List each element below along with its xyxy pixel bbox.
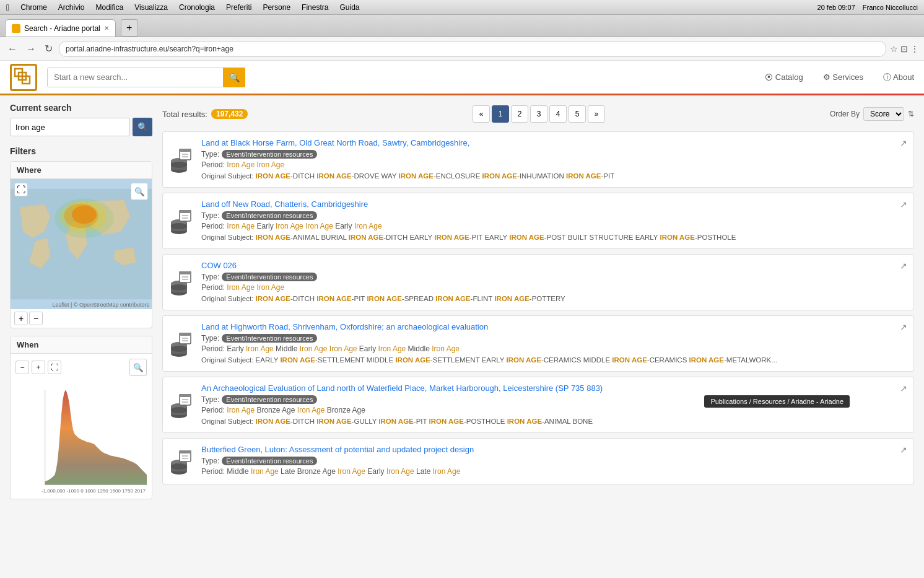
page-5-button[interactable]: 5 xyxy=(569,105,586,123)
apple-logo[interactable]:  xyxy=(6,2,9,12)
result-title-3[interactable]: COW 026 xyxy=(201,261,906,270)
result-external-link-6[interactable]: ↗ xyxy=(900,445,907,455)
page-next-button[interactable]: » xyxy=(588,105,605,123)
map-search-button[interactable]: 🔍 xyxy=(131,183,148,200)
result-subject-1: Original Subject: IRON AGE-DITCH IRON AG… xyxy=(201,171,906,181)
when-zoom-in[interactable]: + xyxy=(32,361,45,374)
address-input[interactable] xyxy=(59,41,886,57)
result-external-link-1[interactable]: ↗ xyxy=(900,138,907,148)
when-search-button[interactable]: 🔍 xyxy=(129,359,147,376)
page-1-button[interactable]: 1 xyxy=(492,105,509,123)
menu-visualizza[interactable]: Visualizza xyxy=(134,3,168,12)
menu-cronologia[interactable]: Cronologia xyxy=(179,3,215,12)
result-subject-2: Original Subject: IRON AGE-ANIMAL BURIAL… xyxy=(201,232,906,242)
menu-preferiti[interactable]: Preferiti xyxy=(226,3,251,12)
about-nav-link[interactable]: ⓘ About xyxy=(883,72,914,83)
header-nav: ⦿ Catalog ⚙ Services ⓘ About xyxy=(765,72,914,83)
page-2-button[interactable]: 2 xyxy=(511,105,528,123)
result-content-2: Land off New Road, Chatteris, Cambridges… xyxy=(201,199,906,242)
menu-icon[interactable]: ⋮ xyxy=(910,44,919,54)
result-type-2: Type: Event/Intervention resources xyxy=(201,211,906,220)
when-controls: − + ⛶ 🔍 xyxy=(15,359,147,376)
svg-point-29 xyxy=(171,284,187,291)
svg-rect-55 xyxy=(180,450,191,453)
result-content-3: COW 026 Type: Event/Intervention resourc… xyxy=(201,261,906,304)
result-period-2: Period: Iron Age Early Iron Age Iron Age… xyxy=(201,222,906,230)
type-badge-5: Event/Intervention resources xyxy=(222,395,317,404)
page-4-button[interactable]: 4 xyxy=(549,105,567,123)
total-count-badge: 197,432 xyxy=(211,109,248,119)
address-bar: ← → ↻ ☆ ⊡ ⋮ xyxy=(0,37,924,61)
svg-point-37 xyxy=(171,346,187,352)
result-title-6[interactable]: Butterfied Green, Luton: Assessment of p… xyxy=(201,445,906,454)
result-title-4[interactable]: Land at Highworth Road, Shrivenham, Oxfo… xyxy=(201,322,906,331)
map-expand-button[interactable]: ⛶ xyxy=(14,183,28,196)
menu-chrome[interactable]: Chrome xyxy=(20,3,47,12)
result-title-1[interactable]: Land at Black Horse Farm, Old Great Nort… xyxy=(201,138,906,147)
new-tab-button[interactable]: + xyxy=(121,19,138,37)
app-logo xyxy=(10,64,37,91)
tab-favicon xyxy=(12,24,20,33)
sort-icon[interactable]: ⇅ xyxy=(908,110,914,118)
result-subject-4: Original Subject: EARLY IRON AGE-SETTLEM… xyxy=(201,355,906,365)
result-external-link-3[interactable]: ↗ xyxy=(900,261,907,271)
page-prev-button[interactable]: « xyxy=(473,105,490,123)
map-zoom-out[interactable]: − xyxy=(29,312,43,325)
result-external-link-4[interactable]: ↗ xyxy=(900,322,907,332)
sidebar-search-button[interactable]: 🔍 xyxy=(133,118,152,136)
result-title-5[interactable]: An Archaeological Evaluation of Land nor… xyxy=(201,383,906,393)
result-item: Butterfied Green, Luton: Assessment of p… xyxy=(162,438,914,484)
map-zoom-in[interactable]: + xyxy=(14,312,28,325)
order-select[interactable]: Score Date Title xyxy=(863,107,904,121)
result-item: Land off New Road, Chatteris, Cambridges… xyxy=(162,193,914,249)
database-calendar-icon-5 xyxy=(171,394,192,419)
reload-button[interactable]: ↻ xyxy=(42,40,55,57)
database-calendar-icon-2 xyxy=(171,210,192,235)
bookmark-icon[interactable]: ☆ xyxy=(890,44,898,54)
result-external-link-5[interactable]: ↗ xyxy=(900,383,907,393)
menu-archivio[interactable]: Archivio xyxy=(58,3,85,12)
active-tab[interactable]: Search - Ariadne portal ✕ xyxy=(5,19,116,37)
sidebar-search-input[interactable] xyxy=(10,118,130,136)
top-search-bar[interactable]: 🔍 xyxy=(47,68,245,87)
menu-modifica[interactable]: Modifica xyxy=(96,3,124,12)
svg-rect-23 xyxy=(180,210,191,213)
result-content-6: Butterfied Green, Luton: Assessment of p… xyxy=(201,445,906,478)
order-by-label: Order By xyxy=(830,110,860,118)
map-zoom-controls: ⛶ xyxy=(14,183,28,196)
sidebar-search-box: 🔍 xyxy=(10,118,152,136)
menu-persone[interactable]: Persone xyxy=(263,3,290,12)
top-search-button[interactable]: 🔍 xyxy=(223,68,245,87)
when-expand[interactable]: ⛶ xyxy=(48,361,61,374)
result-external-link-2[interactable]: ↗ xyxy=(900,199,907,209)
user-name: Franco Niccollucci xyxy=(863,4,918,11)
total-results: Total results: 197,432 xyxy=(162,109,248,119)
services-nav-link[interactable]: ⚙ Services xyxy=(823,72,863,82)
menu-items[interactable]:  Chrome Archivio Modifica Visualizza Cr… xyxy=(6,2,359,12)
result-subject-3: Original Subject: IRON AGE-DITCH IRON AG… xyxy=(201,294,906,304)
result-content-1: Land at Black Horse Farm, Old Great Nort… xyxy=(201,138,906,181)
extensions-icon[interactable]: ⊡ xyxy=(900,44,908,54)
result-type-6: Type: Event/Intervention resources xyxy=(201,457,906,465)
results-area: Total results: 197,432 « 1 2 3 4 5 » Ord… xyxy=(162,103,914,578)
top-search-input[interactable] xyxy=(47,68,245,87)
tab-close-button[interactable]: ✕ xyxy=(104,25,109,32)
histogram-chart xyxy=(15,380,147,488)
total-results-label: Total results: xyxy=(162,110,207,119)
result-title-2[interactable]: Land off New Road, Chatteris, Cambridges… xyxy=(201,199,906,209)
catalog-nav-link[interactable]: ⦿ Catalog xyxy=(765,72,803,82)
menu-guida[interactable]: Guida xyxy=(339,3,359,12)
type-badge-2: Event/Intervention resources xyxy=(222,211,317,220)
where-filter-panel: Where xyxy=(10,161,152,328)
when-panel-header: When xyxy=(11,336,152,354)
when-zoom-out[interactable]: − xyxy=(15,361,29,374)
page-3-button[interactable]: 3 xyxy=(530,105,547,123)
menu-finestra[interactable]: Finestra xyxy=(302,3,328,12)
back-button[interactable]: ← xyxy=(5,41,20,57)
forward-button[interactable]: → xyxy=(24,41,38,57)
result-icon-3 xyxy=(169,261,194,304)
svg-point-45 xyxy=(171,407,187,413)
tooltip-popup: Publications / Resources / Ariadne - Ari… xyxy=(704,395,850,408)
histogram-svg xyxy=(15,380,147,488)
pagination[interactable]: « 1 2 3 4 5 » xyxy=(473,105,605,123)
